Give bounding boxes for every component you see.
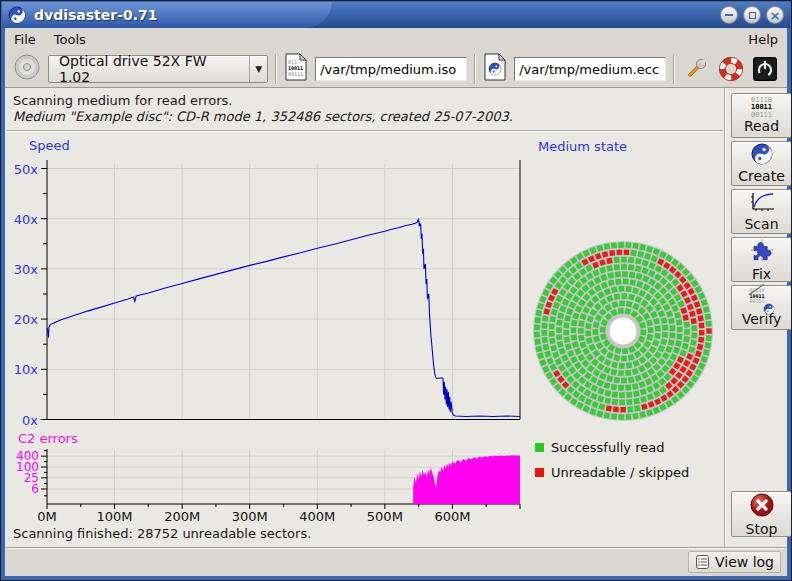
cd-drive-icon xyxy=(13,53,41,85)
create-button-label: Create xyxy=(738,169,785,184)
svg-text:400: 400 xyxy=(16,449,39,463)
scan-button-label: Scan xyxy=(744,217,778,232)
svg-text:500M: 500M xyxy=(367,509,403,524)
drive-selector-value: Optical drive 52X FW 1.02 xyxy=(49,53,249,85)
svg-text:50x: 50x xyxy=(14,162,39,177)
status-line-2: Medium "Example disc": CD-R mode 1, 3524… xyxy=(13,109,513,124)
medium-state-disc xyxy=(528,236,718,426)
iso-file-icon: 011 10011 00111 xyxy=(284,53,308,85)
fix-button-label: Fix xyxy=(752,267,771,282)
ecc-file-icon xyxy=(483,53,507,85)
chevron-down-icon: ▼ xyxy=(249,56,267,82)
app-logo-icon xyxy=(8,6,26,24)
maximize-icon xyxy=(749,12,756,19)
app-window: dvdisaster-0.71 × File Tools Help xyxy=(0,0,792,581)
minimize-icon xyxy=(725,14,733,16)
stop-button[interactable]: Stop xyxy=(731,491,792,537)
close-button[interactable]: × xyxy=(766,6,784,24)
svg-text:100M: 100M xyxy=(97,509,133,524)
svg-text:300M: 300M xyxy=(232,509,268,524)
svg-text:30x: 30x xyxy=(14,262,39,277)
verify-compare-icon: 011101001100111 xyxy=(749,288,775,312)
svg-text:20x: 20x xyxy=(14,312,39,327)
scan-chart-icon xyxy=(748,191,776,217)
preferences-button[interactable] xyxy=(682,54,710,84)
read-binary-icon: 011101001100111 xyxy=(751,97,772,119)
toolbar-separator xyxy=(474,54,476,84)
maximize-button[interactable] xyxy=(743,6,761,24)
view-log-label: View log xyxy=(715,554,774,570)
verify-button[interactable]: 011101001100111 Verify xyxy=(731,285,792,330)
create-yinyang-icon xyxy=(751,143,773,169)
fix-button[interactable]: Fix xyxy=(731,237,792,282)
svg-text:200M: 200M xyxy=(164,509,200,524)
scan-button[interactable]: Scan xyxy=(731,189,792,234)
read-button[interactable]: 011101001100111 Read xyxy=(731,93,792,138)
medium-state-title: Medium state xyxy=(538,139,627,154)
stop-button-label: Stop xyxy=(746,522,778,537)
toolbar-separator xyxy=(673,54,675,84)
view-log-button[interactable]: View log xyxy=(688,551,781,573)
puzzle-piece-icon xyxy=(749,237,775,267)
stop-icon xyxy=(749,492,775,522)
svg-text:0x: 0x xyxy=(22,413,38,428)
minimize-button[interactable] xyxy=(720,6,738,24)
drive-selector[interactable]: Optical drive 52X FW 1.02 ▼ xyxy=(48,55,268,83)
lifesaver-icon xyxy=(718,56,744,82)
menu-tools[interactable]: Tools xyxy=(45,29,95,50)
scan-result-text: Scanning finished: 28752 unreadable sect… xyxy=(13,526,311,541)
sidebar-separator xyxy=(724,88,726,547)
window-title: dvdisaster-0.71 xyxy=(34,7,158,23)
legend-label: Successfully read xyxy=(551,440,664,455)
red-square-icon xyxy=(535,468,544,477)
legend-successfully-read: Successfully read xyxy=(535,440,664,455)
speed-chart: 0x10x20x30x40x50x xyxy=(5,148,527,430)
power-icon xyxy=(752,56,778,82)
svg-text:40x: 40x xyxy=(14,212,39,227)
main-content: Scanning medium for read errors. Medium … xyxy=(5,88,787,547)
svg-text:400M: 400M xyxy=(299,509,335,524)
verify-button-label: Verify xyxy=(742,312,782,327)
status-line-1: Scanning medium for read errors. xyxy=(13,93,232,108)
quit-button[interactable] xyxy=(751,54,779,84)
iso-path-input[interactable] xyxy=(315,57,467,81)
ecc-path-input[interactable] xyxy=(514,57,666,81)
c2-errors-chart: 6251004000M100M200M300M400M500M600M xyxy=(5,445,527,531)
svg-text:600M: 600M xyxy=(434,509,470,524)
svg-text:0M: 0M xyxy=(37,509,57,524)
legend-label: Unreadable / skipped xyxy=(551,465,689,480)
svg-text:10x: 10x xyxy=(14,362,39,377)
menubar: File Tools Help xyxy=(5,28,787,51)
toolbar-separator xyxy=(275,54,277,84)
titlebar[interactable]: dvdisaster-0.71 × xyxy=(2,2,790,28)
close-icon: × xyxy=(770,9,781,22)
wrench-icon xyxy=(683,56,709,82)
c2-errors-chart-title: C2 errors xyxy=(18,431,78,446)
menu-file[interactable]: File xyxy=(5,29,45,50)
toolbar: Optical drive 52X FW 1.02 ▼ 011 10011 00… xyxy=(5,51,787,88)
separator xyxy=(7,130,723,132)
legend-unreadable-skipped: Unreadable / skipped xyxy=(535,465,689,480)
green-square-icon xyxy=(535,443,544,452)
create-button[interactable]: Create xyxy=(731,141,792,186)
menu-help[interactable]: Help xyxy=(739,29,787,50)
help-lifesaver-button[interactable] xyxy=(717,54,745,84)
svg-text:00111: 00111 xyxy=(288,71,303,77)
read-button-label: Read xyxy=(744,119,779,134)
footer-bar: View log xyxy=(5,547,787,576)
log-notebook-icon xyxy=(695,554,711,570)
